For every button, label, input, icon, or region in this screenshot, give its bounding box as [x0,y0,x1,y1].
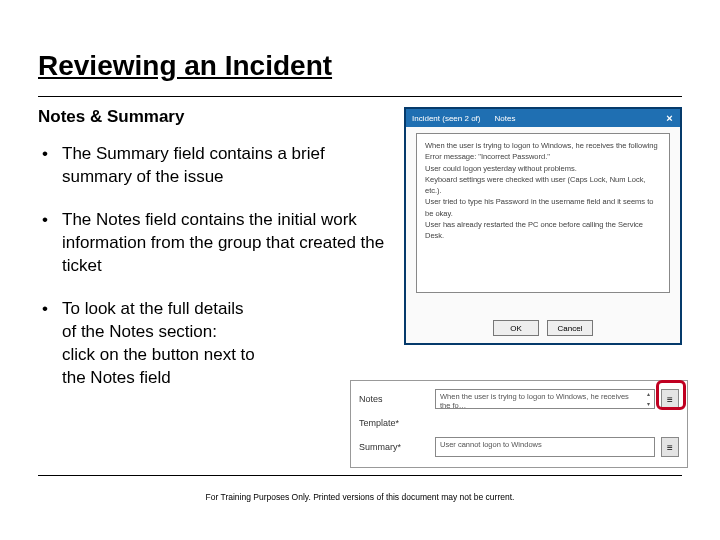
section-subhead: Notes & Summary [38,107,394,127]
dialog-title-left: Incident (seen 2 of) [412,114,480,123]
scroll-arrows-icon[interactable]: ▴▾ [643,391,653,407]
footer-text: For Training Purposes Only. Printed vers… [0,492,720,502]
expand-notes-button[interactable]: ≡ [661,389,679,409]
form-snippet: Notes When the user is trying to logon t… [350,380,688,468]
summary-field[interactable]: User cannot logon to Windows [435,437,655,457]
notes-field-value: When the user is trying to logon to Wind… [440,392,629,409]
bullet-item: To look at the full details of the Notes… [38,298,259,390]
page-title: Reviewing an Incident [38,50,682,82]
bullet-item: The Summary field contains a brief summa… [38,143,394,189]
divider-bottom [38,475,682,476]
close-icon[interactable]: × [663,111,676,124]
ok-button[interactable]: OK [493,320,539,336]
cancel-button[interactable]: Cancel [547,320,593,336]
summary-field-value: User cannot logon to Windows [440,440,542,449]
bullet-item: The Notes field contains the initial wor… [38,209,394,278]
dialog-titlebar: Incident (seen 2 of) Notes × [406,109,680,127]
summary-label: Summary* [359,442,429,452]
notes-field[interactable]: When the user is trying to logon to Wind… [435,389,655,409]
divider-top [38,96,682,97]
expand-summary-button[interactable]: ≡ [661,437,679,457]
template-label: Template* [359,418,429,428]
notes-label: Notes [359,394,429,404]
notes-textarea[interactable]: When the user is trying to logon to Wind… [416,133,670,293]
dialog-title-right: Notes [494,114,515,123]
bullet-list: The Summary field contains a brief summa… [38,143,394,389]
notes-dialog: Incident (seen 2 of) Notes × When the us… [404,107,682,345]
